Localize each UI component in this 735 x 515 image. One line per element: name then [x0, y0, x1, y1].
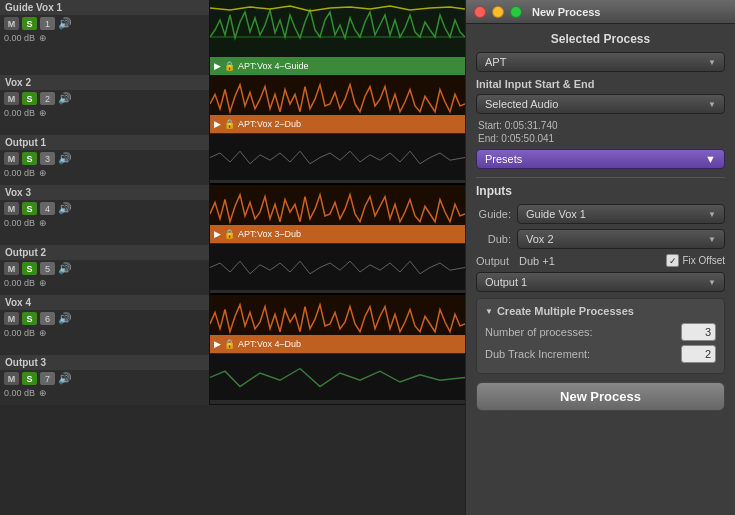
track-db-6: 0.00 dB [4, 328, 35, 338]
mute-btn-7[interactable]: M [4, 372, 19, 385]
output-dropdown-value: Output 1 [485, 276, 527, 288]
solo-btn-6[interactable]: S [22, 312, 37, 325]
fix-offset-checkbox[interactable]: ✓ [666, 254, 679, 267]
track-num-6: 6 [40, 312, 55, 325]
guide-input-row: Guide: Guide Vox 1 ▼ [476, 204, 725, 224]
track-output2: Output 2 M S 5 🔊 0.00 dB ⊕ [0, 245, 465, 295]
output-dropdown-arrow: ▼ [708, 278, 716, 287]
mute-btn-1[interactable]: M [4, 17, 19, 30]
track-num-4: 4 [40, 202, 55, 215]
track-name-6: Vox 4 [0, 295, 209, 310]
expand-icon-6[interactable]: ⊕ [39, 328, 47, 338]
svg-rect-3 [210, 135, 465, 180]
track-vox2: Vox 2 M S 2 🔊 0.00 dB ⊕ ▶ 🔒 APT:Vox 2–Du… [0, 75, 465, 135]
track-db-3: 0.00 dB [4, 168, 35, 178]
process-dropdown[interactable]: APT ▼ [476, 52, 725, 72]
mute-btn-4[interactable]: M [4, 202, 19, 215]
create-multiple-section: ▼ Create Multiple Processes Number of pr… [476, 298, 725, 374]
track-vox3: Vox 3 M S 4 🔊 0.00 dB ⊕ ▶ 🔒 APT:Vox 3–Du… [0, 185, 465, 245]
close-button[interactable] [474, 6, 486, 18]
wave-svg-3 [210, 135, 465, 180]
selected-audio-value: Selected Audio [485, 98, 558, 110]
speaker-icon-4[interactable]: 🔊 [58, 202, 72, 215]
divider-1 [476, 177, 725, 178]
waveform-7 [210, 355, 465, 400]
solo-btn-5[interactable]: S [22, 262, 37, 275]
track-output1: Output 1 M S 3 🔊 0.00 dB ⊕ [0, 135, 465, 185]
svg-rect-5 [210, 245, 465, 290]
guide-dropdown[interactable]: Guide Vox 1 ▼ [517, 204, 725, 224]
speaker-icon-2[interactable]: 🔊 [58, 92, 72, 105]
dub-increment-row: Dub Track Increment: [485, 345, 716, 363]
track-num-7: 7 [40, 372, 55, 385]
mute-btn-2[interactable]: M [4, 92, 19, 105]
output-dropdown[interactable]: Output 1 ▼ [476, 272, 725, 292]
waveform-1: ▶ 🔒 APT:Vox 4–Guide [210, 0, 465, 75]
expand-icon-4[interactable]: ⊕ [39, 218, 47, 228]
expand-icon-1[interactable]: ⊕ [39, 33, 47, 43]
track-label-2: ▶ 🔒 APT:Vox 2–Dub [210, 115, 465, 133]
track-name-3: Output 1 [0, 135, 209, 150]
create-multiple-title: ▼ Create Multiple Processes [485, 305, 716, 317]
lock-icon-1: 🔒 [224, 61, 235, 71]
mute-btn-6[interactable]: M [4, 312, 19, 325]
waveform-4: ▶ 🔒 APT:Vox 3–Dub [210, 185, 465, 243]
speaker-icon-7[interactable]: 🔊 [58, 372, 72, 385]
mute-btn-3[interactable]: M [4, 152, 19, 165]
track-controls-6: Vox 4 M S 6 🔊 0.00 dB ⊕ [0, 295, 210, 355]
dub-dropdown-value: Vox 2 [526, 233, 554, 245]
presets-dropdown[interactable]: Presets ▼ [476, 149, 725, 169]
track-name-2: Vox 2 [0, 75, 209, 90]
new-process-button[interactable]: New Process [476, 382, 725, 411]
solo-btn-4[interactable]: S [22, 202, 37, 215]
lock-icon-2: 🔒 [224, 119, 235, 129]
track-label-6: ▶ 🔒 APT:Vox 4–Dub [210, 335, 465, 353]
track-controls-3: Output 1 M S 3 🔊 0.00 dB ⊕ [0, 135, 210, 185]
speaker-icon-6[interactable]: 🔊 [58, 312, 72, 325]
wave-svg-5 [210, 245, 465, 290]
minimize-button[interactable] [492, 6, 504, 18]
process-dropdown-arrow: ▼ [708, 58, 716, 67]
num-processes-input[interactable] [681, 323, 716, 341]
track-controls-1: Guide Vox 1 M S 1 🔊 0.00 dB ⊕ [0, 0, 210, 75]
track-num-2: 2 [40, 92, 55, 105]
dub-increment-input[interactable] [681, 345, 716, 363]
track-db-7: 0.00 dB [4, 388, 35, 398]
speaker-icon-3[interactable]: 🔊 [58, 152, 72, 165]
play-icon-6: ▶ [214, 339, 221, 349]
solo-btn-3[interactable]: S [22, 152, 37, 165]
maximize-button[interactable] [510, 6, 522, 18]
dub-increment-label: Dub Track Increment: [485, 348, 675, 360]
play-icon-4: ▶ [214, 229, 221, 239]
selected-audio-dropdown[interactable]: Selected Audio ▼ [476, 94, 725, 114]
track-db-4: 0.00 dB [4, 218, 35, 228]
wave-svg-7 [210, 355, 465, 400]
output-header-row: Output Dub +1 ✓ Fix Offset [476, 254, 725, 267]
speaker-icon-5[interactable]: 🔊 [58, 262, 72, 275]
track-controls-4: Vox 3 M S 4 🔊 0.00 dB ⊕ [0, 185, 210, 245]
solo-btn-2[interactable]: S [22, 92, 37, 105]
track-output3: Output 3 M S 7 🔊 0.00 dB ⊕ [0, 355, 465, 405]
play-icon-1: ▶ [214, 61, 221, 71]
mute-btn-5[interactable]: M [4, 262, 19, 275]
solo-btn-1[interactable]: S [22, 17, 37, 30]
dub-dropdown[interactable]: Vox 2 ▼ [517, 229, 725, 249]
expand-icon-7[interactable]: ⊕ [39, 388, 47, 398]
guide-dropdown-value: Guide Vox 1 [526, 208, 586, 220]
panel-content: Selected Process APT ▼ Inital Input Star… [466, 24, 735, 419]
expand-icon-5[interactable]: ⊕ [39, 278, 47, 288]
track-num-1: 1 [40, 17, 55, 30]
speaker-icon-1[interactable]: 🔊 [58, 17, 72, 30]
track-db-2: 0.00 dB [4, 108, 35, 118]
output-label: Output [476, 255, 509, 267]
guide-dropdown-arrow: ▼ [708, 210, 716, 219]
output-dub-name: Dub +1 [519, 255, 555, 267]
track-controls-2: Vox 2 M S 2 🔊 0.00 dB ⊕ [0, 75, 210, 135]
dub-dropdown-arrow: ▼ [708, 235, 716, 244]
lock-icon-6: 🔒 [224, 339, 235, 349]
expand-icon-3[interactable]: ⊕ [39, 168, 47, 178]
expand-icon-2[interactable]: ⊕ [39, 108, 47, 118]
process-dropdown-value: APT [485, 56, 506, 68]
solo-btn-7[interactable]: S [22, 372, 37, 385]
selected-audio-arrow: ▼ [708, 100, 716, 109]
